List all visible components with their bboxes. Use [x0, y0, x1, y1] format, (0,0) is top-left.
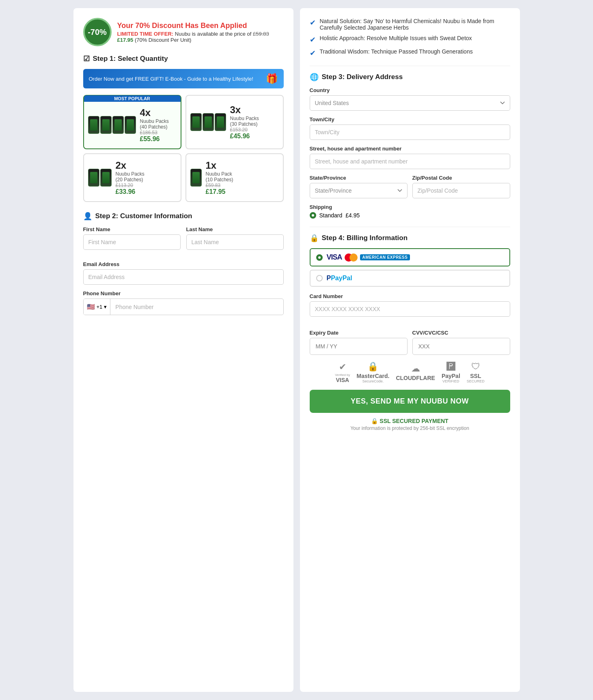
badge-paypal-icon: 🅿: [446, 361, 455, 372]
shipping-option-label: Standard: [319, 212, 343, 219]
quantity-card-1x[interactable]: 1x Nuubu Pack(10 Patches) £59.83 £17.95: [185, 153, 284, 202]
state-group: State/Province State/Province: [310, 175, 408, 198]
last-name-input[interactable]: [186, 234, 284, 250]
bullet-item-3: ✔ Traditional Wisdom: Technique Passed T…: [310, 48, 510, 58]
paypal-radio[interactable]: [316, 275, 323, 281]
qty-2x: 2x: [116, 160, 177, 171]
ssl-title: 🔒 SSL SECURED PAYMENT: [310, 418, 510, 424]
discount-banner: -70% Your 70% Discount Has Been Applied …: [83, 18, 284, 46]
discount-badge-text: -70%: [88, 28, 107, 37]
divider-2: [310, 227, 510, 227]
left-panel: -70% Your 70% Discount Has Been Applied …: [73, 8, 293, 692]
qty-3x-label: Nuubu Packs(30 Patches): [230, 116, 279, 127]
visa-logo: VISA: [327, 253, 342, 262]
shipping-price: £4.95: [345, 212, 360, 219]
quantity-card-2x[interactable]: 2x Nuubu Packs(20 Patches) £113.20 £33.9…: [83, 153, 181, 202]
discount-text: Your 70% Discount Has Been Applied LIMIT…: [117, 21, 284, 43]
qty-1x-original: £59.83: [206, 183, 279, 188]
quantity-card-3x[interactable]: 3x Nuubu Packs(30 Patches) £153.20 £45.9…: [185, 95, 284, 149]
discount-sale-price: £17.95: [117, 37, 134, 43]
most-popular-badge: MOST POPULAR: [84, 95, 181, 102]
pkg2: [100, 116, 112, 134]
flag-icon: 🇺🇸: [87, 303, 95, 311]
cvv-label: CVV/CVC/CSC: [412, 330, 510, 336]
payment-option-card[interactable]: VISA AMERICAN EXPRESS: [310, 248, 510, 266]
free-gift-banner: Order Now and get FREE GIFT! E-Book - Gu…: [83, 69, 284, 88]
phone-code: +1: [97, 304, 103, 310]
step2-icon: 👤: [83, 212, 92, 221]
pkg3: [215, 113, 226, 131]
free-gift-text: Order Now and get FREE GIFT! E-Book - Gu…: [89, 76, 253, 82]
step4-label: Step 4: Billing Information: [322, 234, 408, 242]
expiry-group: Expiry Date: [310, 330, 408, 355]
town-group: Town/City: [310, 116, 510, 140]
first-name-input[interactable]: [83, 234, 181, 250]
badge-ssl-icon: 🛡: [471, 361, 480, 372]
zip-label: Zip/Postal Code: [412, 175, 510, 181]
card-number-input[interactable]: [310, 301, 510, 317]
payment-option-paypal[interactable]: PPayPal: [310, 270, 510, 287]
badge-visa: ✔ Verified by VISA: [335, 362, 350, 383]
email-input[interactable]: [83, 269, 284, 285]
card-number-group: Card Number: [310, 293, 510, 317]
step2-header: 👤 Step 2: Customer Information: [83, 212, 284, 221]
step1-header: ☑ Step 1: Select Quantity: [83, 54, 284, 63]
quantity-info-2x: 2x Nuubu Packs(20 Patches) £113.20 £33.9…: [116, 160, 177, 195]
step3-label: Step 3: Delivery Address: [322, 73, 403, 81]
card-radio[interactable]: [316, 254, 323, 261]
quantity-card-4x[interactable]: MOST POPULAR 4x Nuubu Packs(40 Patches) …: [83, 95, 181, 149]
paypal-logo: PPayPal: [327, 275, 352, 282]
phone-dropdown-arrow[interactable]: ▾: [104, 304, 107, 310]
gift-icon: 🎁: [266, 73, 278, 84]
badge-visa-icon: ✔: [339, 362, 346, 372]
product-img-4x: [88, 116, 136, 134]
pkg1: [190, 169, 202, 187]
step1-icon: ☑: [83, 54, 90, 63]
phone-label: Phone Number: [83, 290, 284, 296]
street-group: Street, house and apartment number: [310, 146, 510, 169]
step3-header: 🌐 Step 3: Delivery Address: [310, 73, 510, 82]
ssl-lock-icon: 🔒: [371, 418, 378, 424]
qty-4x-label: Nuubu Packs(40 Patches): [140, 118, 177, 130]
bullet-text-1: Natural Solution: Say 'No' to Harmful Ch…: [320, 18, 510, 31]
qty-1x-label: Nuubu Pack(10 Patches): [206, 171, 279, 183]
badge-visa-title: VISA: [336, 377, 349, 383]
badge-cloudflare-title: CLOUDFLARE: [396, 375, 435, 381]
expiry-input[interactable]: [310, 338, 408, 355]
country-select[interactable]: United States United Kingdom Canada Aust…: [310, 95, 510, 111]
shipping-option[interactable]: Standard £4.95: [310, 212, 510, 219]
shipping-radio[interactable]: [310, 212, 316, 219]
zip-input[interactable]: [412, 183, 510, 198]
pkg2: [100, 169, 112, 187]
cvv-input[interactable]: [412, 338, 510, 355]
product-img-3x: [190, 113, 226, 131]
qty-1x: 1x: [206, 160, 279, 171]
payment-options: VISA AMERICAN EXPRESS PPayPal: [310, 248, 510, 287]
badge-paypal: 🅿 PayPal VERIFIED: [442, 361, 460, 383]
pkg3: [112, 116, 124, 134]
discount-offer-label: LIMITED TIME OFFER:: [117, 31, 174, 37]
country-group: Country United States United Kingdom Can…: [310, 87, 510, 111]
qty-4x: 4x: [140, 107, 177, 118]
bullet-list: ✔ Natural Solution: Say 'No' to Harmful …: [310, 18, 510, 58]
phone-group: Phone Number 🇺🇸 +1 ▾: [83, 290, 284, 315]
email-label: Email Address: [83, 261, 284, 267]
qty-4x-original: £186.53: [140, 130, 177, 135]
cvv-group: CVV/CVC/CSC: [412, 330, 510, 355]
phone-input[interactable]: [110, 300, 283, 314]
ssl-footer: 🔒 SSL SECURED PAYMENT Your information i…: [310, 418, 510, 431]
street-input[interactable]: [310, 154, 510, 169]
first-name-label: First Name: [83, 226, 181, 232]
quantity-info-3x: 3x Nuubu Packs(30 Patches) £153.20 £45.9…: [230, 104, 279, 140]
town-input[interactable]: [310, 125, 510, 140]
badge-mc: 🔒 MasterCard. SecureCode.: [357, 361, 390, 383]
security-badges: ✔ Verified by VISA 🔒 MasterCard. SecureC…: [310, 361, 510, 383]
discount-original-price: £59.83: [253, 31, 269, 37]
state-select[interactable]: State/Province: [310, 183, 408, 198]
qty-2x-label: Nuubu Packs(20 Patches): [116, 171, 177, 183]
step1-label: Step 1: Select Quantity: [93, 55, 168, 63]
state-label: State/Province: [310, 175, 408, 181]
cta-button[interactable]: YES, SEND ME MY NUUBU NOW: [310, 390, 510, 413]
pkg2: [203, 113, 214, 131]
check-icon-3: ✔: [310, 49, 316, 58]
